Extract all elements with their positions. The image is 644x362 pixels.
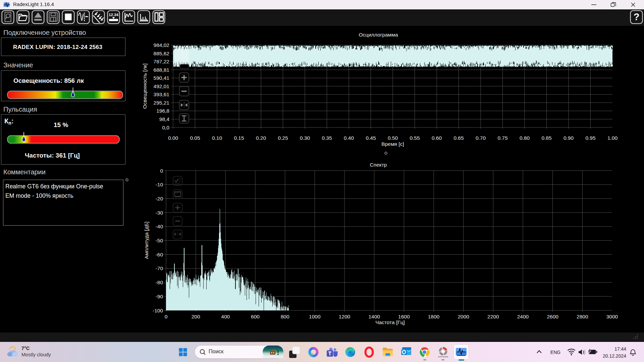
svg-text:0.80: 0.80: [520, 135, 530, 141]
svg-text:393,61: 393,61: [154, 92, 169, 97]
svg-text:1600: 1600: [398, 314, 410, 319]
svg-text:0.35: 0.35: [322, 135, 332, 141]
svg-text:Время [с]: Время [с]: [381, 141, 404, 147]
svg-text:295,21: 295,21: [154, 100, 169, 106]
svg-text:492,01: 492,01: [154, 83, 169, 89]
svg-text:98,4: 98,4: [159, 116, 170, 122]
svg-text:0.00: 0.00: [168, 135, 178, 141]
svg-text:0.85: 0.85: [541, 135, 551, 141]
svg-text:0.90: 0.90: [564, 135, 574, 141]
svg-text:Освещенность [лк]: Освещенность [лк]: [142, 63, 148, 109]
svg-text:0.40: 0.40: [344, 135, 354, 141]
svg-text:2400: 2400: [517, 314, 529, 319]
svg-text:-40: -40: [156, 224, 163, 229]
svg-text:Спектр: Спектр: [370, 162, 387, 168]
svg-text:1800: 1800: [428, 314, 440, 319]
svg-text:2600: 2600: [547, 314, 558, 319]
svg-text:0.05: 0.05: [190, 135, 200, 141]
svg-text:0.25: 0.25: [278, 135, 288, 141]
svg-text:688,81: 688,81: [154, 67, 169, 73]
svg-text:0.45: 0.45: [366, 135, 376, 141]
svg-text:600: 600: [251, 314, 260, 319]
svg-text:200: 200: [192, 314, 200, 319]
svg-text:1.00: 1.00: [607, 135, 618, 141]
svg-text:590,41: 590,41: [154, 75, 169, 81]
svg-text:Частота [Гц]: Частота [Гц]: [375, 319, 405, 325]
svg-text:-30: -30: [156, 210, 163, 216]
svg-text:196,8: 196,8: [156, 108, 169, 114]
svg-text:787,22: 787,22: [154, 59, 169, 64]
svg-text:800: 800: [281, 314, 289, 319]
svg-text:0.95: 0.95: [585, 135, 595, 141]
svg-text:0: 0: [165, 314, 168, 319]
svg-text:Амплитуда [дБ]: Амплитуда [дБ]: [144, 222, 149, 259]
svg-text:0.65: 0.65: [453, 135, 464, 141]
svg-text:0.75: 0.75: [497, 135, 507, 141]
svg-text:-70: -70: [156, 265, 163, 271]
svg-text:2000: 2000: [458, 314, 469, 319]
svg-text:0.50: 0.50: [388, 135, 398, 141]
svg-text:1000: 1000: [309, 314, 321, 319]
svg-text:0.55: 0.55: [410, 135, 420, 141]
svg-text:2800: 2800: [577, 314, 588, 319]
svg-text:?: ?: [634, 11, 640, 22]
svg-text:-100: -100: [153, 308, 163, 313]
svg-text:1200: 1200: [339, 314, 351, 319]
svg-text:Осциллограмма: Осциллограмма: [359, 32, 398, 38]
svg-text:ENG: ENG: [550, 350, 560, 355]
svg-text:-20: -20: [156, 196, 163, 201]
svg-text:-10: -10: [156, 182, 163, 187]
svg-text:-80: -80: [156, 280, 163, 285]
svg-text:2200: 2200: [487, 314, 499, 319]
svg-text:-90: -90: [156, 294, 163, 299]
svg-text:0.30: 0.30: [300, 135, 310, 141]
svg-text:0: 0: [160, 168, 163, 174]
svg-text:-50: -50: [156, 238, 163, 243]
svg-text:0.10: 0.10: [212, 135, 222, 141]
svg-text:3000: 3000: [606, 314, 618, 319]
svg-text:984,02: 984,02: [154, 42, 169, 48]
svg-text:1400: 1400: [368, 314, 380, 319]
svg-text:12.34: 12.34: [109, 13, 118, 17]
svg-text:PHOTOSCAPE: PHOTOSCAPE: [438, 356, 448, 358]
svg-text:0.60: 0.60: [432, 135, 442, 141]
svg-text:0,0: 0,0: [162, 125, 169, 130]
svg-text:885,62: 885,62: [154, 51, 169, 56]
svg-text:400: 400: [221, 314, 230, 319]
svg-text:0.70: 0.70: [476, 135, 486, 141]
svg-text:0.20: 0.20: [256, 135, 266, 141]
svg-text:0.15: 0.15: [234, 135, 244, 141]
svg-text:-60: -60: [156, 252, 163, 257]
